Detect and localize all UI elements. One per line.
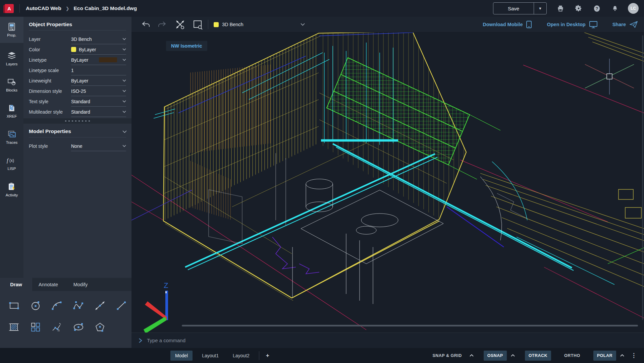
arc-tool-button[interactable]	[50, 298, 64, 313]
user-avatar[interactable]: LC	[628, 3, 639, 14]
zoom-extents-icon[interactable]	[175, 19, 185, 29]
text-style-dropdown[interactable]: Standard	[71, 97, 126, 107]
left-rail: Prop. Layers Blocks XREF Traces	[0, 17, 23, 278]
rail-item-activity[interactable]: Activity	[0, 176, 23, 202]
toggle-ortho[interactable]: ORTHO	[560, 351, 584, 361]
status-overflow-menu[interactable]: ⋮	[628, 353, 639, 358]
tab-layout1[interactable]: Layout1	[197, 351, 223, 361]
prop-row-linetype-scale: Linetype scale 1	[29, 65, 126, 75]
toggle-otrack[interactable]: OTRACK	[525, 351, 551, 361]
open-in-desktop-link[interactable]: Open in Desktop	[547, 21, 597, 28]
layer-color-swatch	[214, 22, 219, 27]
prop-row-dimension-style: Dimension style ISO-25	[29, 86, 126, 96]
chevron-down-icon	[122, 111, 126, 113]
layer-dropdown[interactable]: 3D Bench	[71, 34, 126, 44]
object-properties-card: Object Properties Layer 3D Bench Color B…	[23, 17, 131, 118]
layers-icon	[7, 51, 16, 60]
zoom-window-icon[interactable]	[193, 19, 203, 29]
canvas-toolbar: 3D Bench Download Mobile Open in Desktop…	[131, 17, 644, 33]
rectangle-tool-button[interactable]	[7, 298, 21, 313]
rail-item-lisp[interactable]: f (x) LISP	[0, 150, 23, 176]
draw-tools-panel: n	[0, 291, 131, 348]
top-bar: A AutoCAD Web ❯ Eco Cabin_3D Model.dwg S…	[0, 0, 644, 17]
color-dropdown[interactable]: ByLayer	[71, 45, 126, 55]
chevron-down-icon	[122, 79, 126, 82]
download-mobile-link[interactable]: Download Mobile	[483, 20, 532, 28]
svg-text:(x): (x)	[9, 158, 14, 163]
breadcrumb-chevron-icon: ❯	[66, 6, 69, 11]
panel-resize-handle[interactable]	[23, 118, 131, 124]
toggle-osnap[interactable]: OSNAP	[484, 351, 507, 361]
save-button[interactable]: Save	[493, 3, 534, 14]
tab-annotate[interactable]: Annotate	[32, 278, 64, 291]
measure-tool-button[interactable]	[93, 298, 107, 313]
traces-icon	[7, 130, 16, 138]
collapse-section-icon[interactable]	[122, 128, 127, 134]
tab-draw[interactable]: Draw	[0, 278, 32, 291]
prop-row-multileader-style: Multileader style Standard	[29, 107, 126, 117]
array-tool-button[interactable]	[28, 320, 43, 335]
snap-grid-menu-caret[interactable]	[469, 353, 474, 358]
rail-item-properties[interactable]: Prop.	[0, 17, 23, 43]
current-layer-dropdown[interactable]: 3D Bench	[214, 22, 311, 27]
spline-tool-button[interactable]	[71, 298, 86, 313]
vertical-scrollbar[interactable]	[642, 35, 643, 320]
line-tool-button[interactable]	[114, 298, 129, 313]
print-icon[interactable]	[556, 4, 565, 13]
activity-icon	[7, 182, 16, 191]
model-properties-title: Model Properties	[29, 128, 71, 134]
circle-tool-button[interactable]	[28, 298, 43, 313]
horizontal-scrollbar[interactable]	[182, 325, 638, 326]
notifications-bell-icon[interactable]	[610, 4, 619, 13]
chevron-down-icon	[122, 38, 126, 40]
chevron-down-icon	[122, 100, 126, 103]
ucs-axes-icon: Z	[144, 281, 168, 332]
drawing-canvas[interactable]: NW Isometric	[131, 33, 644, 332]
view-cube-label[interactable]: NW Isometric	[166, 41, 207, 51]
chevron-down-icon	[122, 145, 126, 147]
model-properties-card: Model Properties Plot style None	[23, 124, 131, 278]
ellipse-tool-button[interactable]	[71, 320, 86, 335]
help-icon[interactable]: ?	[592, 4, 601, 13]
command-input-bar[interactable]: Type a command	[131, 332, 644, 348]
plot-style-dropdown[interactable]: None	[71, 141, 126, 151]
autocad-logo-icon[interactable]: A	[5, 4, 14, 13]
toggle-polar[interactable]: POLAR	[593, 351, 616, 361]
tab-model[interactable]: Model	[170, 351, 193, 361]
tab-modify[interactable]: Modify	[64, 278, 97, 291]
polyline-tool-button[interactable]: n	[50, 320, 64, 335]
osnap-menu-caret[interactable]	[510, 353, 516, 358]
mobile-phone-icon	[526, 20, 532, 28]
share-link[interactable]: Share	[612, 20, 638, 28]
rail-item-xref[interactable]: XREF	[0, 98, 23, 124]
save-options-caret[interactable]: ▼	[534, 3, 546, 14]
prop-row-linetype: Linetype ByLayer	[29, 55, 126, 65]
hatch-tool-button[interactable]	[7, 320, 21, 335]
dimension-style-dropdown[interactable]: ISO-25	[71, 86, 126, 96]
linetype-scale-input[interactable]: 1	[71, 65, 126, 75]
breadcrumb-file-name: Eco Cabin_3D Model.dwg	[74, 5, 137, 11]
topbar-actions: Save ▼ ?	[493, 2, 644, 14]
lineweight-dropdown[interactable]: ByLayer	[71, 76, 126, 86]
add-layout-button[interactable]: +	[264, 352, 271, 359]
rail-item-traces[interactable]: Traces	[0, 124, 23, 150]
toggle-snap-grid[interactable]: SNAP & GRID	[429, 351, 465, 361]
breadcrumb-product[interactable]: AutoCAD Web	[26, 5, 61, 11]
svg-text:n: n	[58, 328, 60, 332]
share-plane-icon	[629, 20, 638, 28]
tab-layout2[interactable]: Layout2	[228, 351, 254, 361]
polar-menu-caret[interactable]	[620, 353, 625, 358]
lisp-icon: f (x)	[6, 156, 17, 165]
status-bar: Model Layout1 Layout2 + SNAP & GRID OSNA…	[0, 348, 644, 363]
svg-text:Z: Z	[164, 281, 168, 290]
undo-icon[interactable]	[141, 19, 151, 29]
multileader-style-dropdown[interactable]: Standard	[71, 107, 126, 117]
polygon-tool-button[interactable]	[93, 320, 107, 335]
linetype-dropdown[interactable]: ByLayer	[71, 55, 126, 65]
blocks-icon	[7, 77, 16, 86]
rail-item-blocks[interactable]: Blocks	[0, 72, 23, 98]
rail-item-layers[interactable]: Layers	[0, 46, 23, 72]
redo-icon[interactable]	[157, 19, 167, 29]
topbar-divider	[19, 4, 20, 13]
settings-gear-icon[interactable]	[574, 4, 583, 13]
